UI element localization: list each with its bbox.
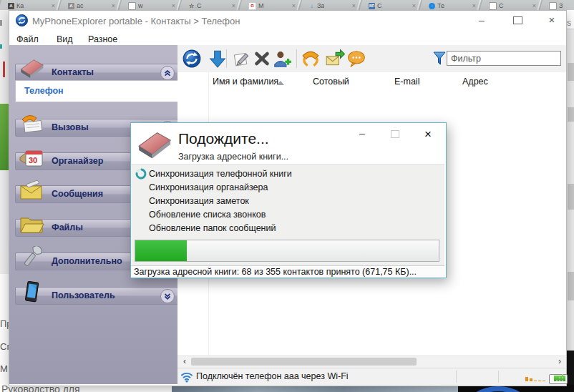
tab-label: М (258, 2, 264, 9)
column-header-mobile[interactable]: Сотовый (313, 77, 349, 87)
sidebar-group-user[interactable]: Пользователь (15, 287, 178, 305)
menu-file[interactable]: Файл (14, 33, 42, 46)
column-header-address[interactable]: Адрес (462, 77, 488, 87)
delete-button[interactable] (252, 49, 272, 69)
task-notes-sync: Синхронизация заметок (149, 196, 249, 206)
scroll-right-icon[interactable]: › (554, 356, 565, 367)
background-fragment (3, 62, 5, 77)
tab-label: С (197, 2, 202, 9)
sync-button[interactable] (182, 49, 202, 69)
scroll-left-icon[interactable]: ‹ (179, 356, 190, 367)
sidebar-group-contacts[interactable]: Контакты (15, 64, 178, 82)
menu-misc[interactable]: Разное (85, 33, 120, 46)
tab-close-icon[interactable]: × (412, 3, 416, 9)
screen: AКа× Aас× w× ☆С× ЯМ× ↓За× ВПС× ◦Те× С× З… (0, 0, 574, 392)
browser-tab[interactable]: AКа× (0, 0, 60, 10)
tab-close-icon[interactable]: × (172, 3, 175, 9)
browser-tab[interactable]: Aас× (60, 0, 120, 10)
task-calls-update: Обновление списка звонков (149, 210, 266, 220)
toolbar-separator (296, 49, 297, 68)
tab-close-icon[interactable]: × (472, 3, 476, 9)
spinner-icon (135, 168, 147, 182)
dialog-subtitle: Загрузка адресной книги... (178, 152, 288, 162)
browser-tab-strip: AКа× Aас× w× ☆С× ЯМ× ↓За× ВПС× ◦Те× С× З… (0, 0, 574, 10)
letter-a-icon: A (68, 3, 74, 9)
dialog-close-button[interactable]: × (419, 127, 437, 142)
chat-button[interactable] (346, 49, 366, 69)
dialog-title: Подождите... (178, 130, 269, 147)
address-book-icon (135, 129, 172, 164)
dialog-maximize-button[interactable] (386, 127, 404, 142)
browser-tab[interactable]: ВПС× (361, 0, 421, 10)
dialog-minimize-button[interactable]: – (353, 127, 371, 142)
task-messages-update: Обновление папок сообщений (149, 223, 276, 233)
edit-contact-button[interactable] (232, 49, 252, 69)
vk-icon: ВП (369, 3, 375, 9)
maximize-button[interactable] (507, 13, 528, 27)
tab-close-icon[interactable]: × (532, 3, 536, 9)
connection-status-text: Подключён телефон ааа через Wi-Fi (196, 371, 349, 381)
progress-fill (135, 240, 187, 261)
tab-close-icon[interactable]: × (352, 3, 356, 9)
close-button[interactable]: × (541, 13, 563, 27)
add-contact-button[interactable] (272, 49, 292, 69)
tab-label: За (317, 2, 324, 9)
dialog-body: Синхронизация телефонной книги Синхрониз… (131, 164, 444, 266)
download-arrow-icon: ↓ (308, 3, 315, 9)
task-organizer-sync: Синхронизация органайзера (149, 182, 268, 192)
chevron-double-up-icon[interactable] (160, 66, 175, 80)
app-icon (16, 14, 28, 26)
background-fragment (0, 20, 2, 26)
chevron-double-down-icon[interactable] (160, 289, 175, 303)
star-icon: ☆ (188, 3, 195, 9)
horizontal-scrollbar[interactable]: ‹ › (177, 356, 566, 368)
browser-tab[interactable]: ☆С× (180, 0, 240, 10)
sort-ascending-icon[interactable] (277, 81, 284, 85)
call-list-icon (19, 112, 44, 135)
tab-label: ас (77, 2, 84, 9)
filter-input[interactable] (447, 51, 561, 66)
browser-tab[interactable]: С× (481, 0, 541, 10)
sidebar-group-label: Вызовы (52, 122, 89, 132)
table-header: Имя и фамилия Сотовый E-mail Адрес (177, 72, 566, 92)
address-book-icon (19, 57, 44, 80)
battery-icon (549, 374, 568, 384)
menu-view[interactable]: Вид (54, 33, 76, 46)
page-icon (489, 2, 497, 10)
sidebar-item-phone[interactable]: Телефон (24, 86, 64, 96)
tab-close-icon[interactable]: × (52, 3, 55, 9)
page-icon (128, 2, 136, 10)
column-header-email[interactable]: E-mail (394, 77, 419, 87)
tab-label: С (499, 2, 504, 9)
background-text-fragment: М (0, 363, 9, 374)
tab-label: Ка (16, 2, 24, 9)
tab-close-icon[interactable]: × (112, 3, 115, 9)
call-button[interactable] (301, 49, 321, 69)
browser-tab[interactable]: w× (120, 0, 180, 10)
browser-tab[interactable]: ↓За× (301, 0, 361, 10)
sidebar-group-label: Пользователь (52, 290, 115, 300)
background-text-fragment: Пр (0, 318, 9, 329)
download-button[interactable] (208, 49, 228, 69)
smartphone-icon (19, 280, 44, 303)
wait-dialog: Подождите... Загрузка адресной книги... … (130, 122, 447, 278)
send-message-button[interactable] (325, 49, 345, 69)
column-header-name[interactable]: Имя и фамилия (213, 77, 278, 87)
tab-close-icon[interactable]: × (292, 3, 296, 9)
background-text-fragment: s (567, 18, 571, 28)
scrollbar-thumb[interactable] (191, 358, 417, 366)
window-title: MyPhoneExplorer portable - Контакты > Те… (32, 16, 240, 26)
statusbar-separator (456, 371, 457, 383)
tab-close-icon[interactable]: × (232, 3, 235, 9)
browser-tab[interactable]: ЯМ× (240, 0, 301, 10)
background-text-fragment: Сп (0, 341, 9, 352)
wrench-icon (19, 246, 44, 269)
browser-tab[interactable]: З× (541, 0, 574, 10)
minimize-button[interactable]: – (471, 13, 492, 27)
sidebar-group-label: Сообщения (52, 189, 103, 199)
dialog-status-text: Загрузка адресной книги: 68 из 355 конта… (134, 267, 417, 277)
browser-tab[interactable]: ◦Те× (421, 0, 481, 10)
tab-label: w (138, 2, 143, 9)
tab-label: С (377, 2, 382, 9)
title-bar[interactable]: MyPhoneExplorer portable - Контакты > Те… (9, 11, 565, 31)
